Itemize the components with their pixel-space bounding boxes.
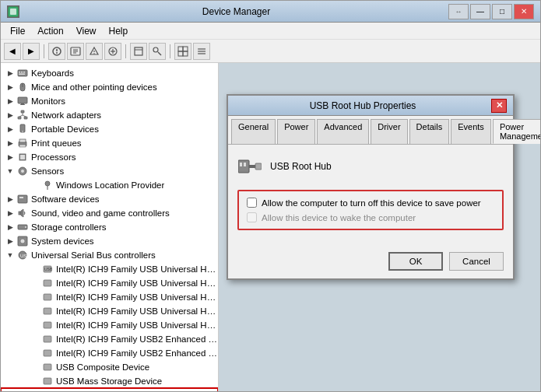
tree-label-ich9-enh2: Intel(R) ICH9 Family USB2 Enhanced Host … xyxy=(56,348,218,358)
location-icon xyxy=(41,179,54,191)
svg-line-41 xyxy=(23,115,26,117)
toolbar-btn-2[interactable] xyxy=(67,43,84,60)
tree-item-mice[interactable]: ▶ Mice and other pointing devices xyxy=(1,80,218,94)
expand-processors[interactable]: ▶ xyxy=(4,151,16,163)
restore-button[interactable]: — xyxy=(470,4,490,19)
toolbar-btn-1[interactable] xyxy=(48,43,65,60)
tree-item-ich9-5[interactable]: Intel(R) ICH9 Family USB Universal Host … xyxy=(1,318,218,332)
tree-item-ich9-enh2[interactable]: Intel(R) ICH9 Family USB2 Enhanced Host … xyxy=(1,346,218,360)
svg-point-43 xyxy=(22,131,23,132)
toolbar-btn-3[interactable] xyxy=(86,43,103,60)
tree-item-software[interactable]: ▶ Software devices xyxy=(1,192,218,206)
toolbar-btn-7[interactable] xyxy=(174,43,191,60)
usb-device-icon-7 xyxy=(41,347,54,359)
tree-item-monitors[interactable]: ▶ Monitors xyxy=(1,94,218,108)
expand-print[interactable]: ▶ xyxy=(4,137,16,149)
cancel-button[interactable]: Cancel xyxy=(449,252,504,271)
tab-power-management[interactable]: Power Management xyxy=(493,119,540,144)
expand-monitors[interactable]: ▶ xyxy=(4,95,16,107)
svg-rect-26 xyxy=(18,70,27,76)
tree-label-keyboards: Keyboards xyxy=(31,68,74,78)
tab-driver[interactable]: Driver xyxy=(371,119,407,144)
usb-device-icon-2 xyxy=(41,277,54,289)
main-window: Device Manager ↔ — □ ✕ File Action View … xyxy=(0,0,541,392)
tree-label-mice: Mice and other pointing devices xyxy=(31,82,157,92)
expand-sensors[interactable]: ▼ xyxy=(4,165,16,177)
expand-network[interactable]: ▶ xyxy=(4,109,16,121)
expand-sound[interactable]: ▶ xyxy=(4,207,16,219)
tree-item-ich9-enh1[interactable]: Intel(R) ICH9 Family USB2 Enhanced Host … xyxy=(1,332,218,346)
tree-item-portable[interactable]: ▶ Portable Devices xyxy=(1,122,218,136)
tree-label-usb-root-hub: USB Root Hub xyxy=(56,390,114,391)
tree-label-processors: Processors xyxy=(31,152,76,162)
svg-point-51 xyxy=(45,181,50,186)
tree-item-mass-storage[interactable]: USB Mass Storage Device xyxy=(1,374,218,388)
tree-item-processors[interactable]: ▶ Processors xyxy=(1,150,218,164)
menu-help[interactable]: Help xyxy=(103,24,135,38)
tab-advanced[interactable]: Advanced xyxy=(317,119,369,144)
svg-rect-19 xyxy=(178,47,183,51)
toolbar-btn-8[interactable] xyxy=(193,43,210,60)
usb-device-icon-10 xyxy=(41,389,54,391)
tree-label-ich9-enh1: Intel(R) ICH9 Family USB2 Enhanced Host … xyxy=(56,334,218,344)
device-title: USB Root Hub xyxy=(270,161,332,172)
expand-software[interactable]: ▶ xyxy=(4,193,16,205)
allow-turnoff-label[interactable]: Allow the computer to turn off this devi… xyxy=(262,198,481,208)
allow-wakeup-checkbox[interactable] xyxy=(247,212,257,222)
tree-item-ich9-2[interactable]: Intel(R) ICH9 Family USB Universal Host … xyxy=(1,276,218,290)
forward-button[interactable]: ▶ xyxy=(23,43,40,60)
tree-item-storage[interactable]: ▶ Storage controllers xyxy=(1,220,218,234)
back-button[interactable]: ◀ xyxy=(4,43,21,60)
tab-general[interactable]: General xyxy=(231,119,276,144)
tree-item-sound[interactable]: ▶ Sound, video and game controllers xyxy=(1,206,218,220)
menu-action[interactable]: Action xyxy=(31,24,69,38)
dialog-close-button[interactable]: ✕ xyxy=(491,99,507,113)
menu-view[interactable]: View xyxy=(70,24,103,38)
tree-item-sensors[interactable]: ▼ Sensors xyxy=(1,164,218,178)
svg-rect-70 xyxy=(44,378,51,384)
device-tree[interactable]: ▶ Keyboards ▶ Mice and other pointing de… xyxy=(1,63,219,391)
menu-file[interactable]: File xyxy=(4,24,31,38)
minimize-button[interactable]: ↔ xyxy=(448,4,469,19)
tree-item-system[interactable]: ▶ System devices xyxy=(1,234,218,248)
svg-rect-29 xyxy=(23,72,25,73)
tree-item-keyboards[interactable]: ▶ Keyboards xyxy=(1,66,218,80)
dialog-title-bar: USB Root Hub Properties ✕ xyxy=(228,96,513,116)
tree-label-mass-storage: USB Mass Storage Device xyxy=(56,376,162,386)
tab-details[interactable]: Details xyxy=(409,119,450,144)
storage-icon xyxy=(16,221,29,233)
allow-turnoff-checkbox[interactable] xyxy=(247,198,257,208)
expand-storage[interactable]: ▶ xyxy=(4,221,16,233)
tree-item-network[interactable]: ▶ Network adapters xyxy=(1,108,218,122)
close-button[interactable]: ✕ xyxy=(514,4,534,19)
tab-power[interactable]: Power xyxy=(277,119,315,144)
sensor-icon xyxy=(16,165,29,177)
tree-label-software: Software devices xyxy=(31,194,100,204)
tree-item-wlp[interactable]: Windows Location Provider xyxy=(1,178,218,192)
tree-item-ich9-1[interactable]: USB Intel(R) ICH9 Family USB Universal H… xyxy=(1,262,218,276)
expand-mice[interactable]: ▶ xyxy=(4,81,16,93)
ok-button[interactable]: OK xyxy=(388,252,443,271)
tree-item-usb-root-hub[interactable]: USB Root Hub xyxy=(1,388,218,391)
tree-item-ich9-4[interactable]: Intel(R) ICH9 Family USB Universal Host … xyxy=(1,304,218,318)
svg-rect-67 xyxy=(44,336,51,342)
tab-events[interactable]: Events xyxy=(451,119,491,144)
tree-label-ich9-4: Intel(R) ICH9 Family USB Universal Host … xyxy=(56,306,218,316)
toolbar-btn-4[interactable] xyxy=(104,43,121,60)
toolbar-btn-6[interactable] xyxy=(149,43,166,60)
tree-item-print[interactable]: ▶ Print queues xyxy=(1,136,218,150)
expand-usb[interactable]: ▼ xyxy=(4,249,16,261)
expand-portable[interactable]: ▶ xyxy=(4,123,16,135)
expand-system[interactable]: ▶ xyxy=(4,235,16,247)
svg-point-50 xyxy=(21,170,24,173)
menu-bar: File Action View Help xyxy=(1,23,540,40)
maximize-button[interactable]: □ xyxy=(492,4,512,19)
tree-item-usb[interactable]: ▼ USB Universal Serial Bus controllers xyxy=(1,248,218,262)
svg-line-18 xyxy=(158,52,161,55)
tree-label-monitors: Monitors xyxy=(31,96,65,106)
toolbar-btn-5[interactable] xyxy=(130,43,147,60)
usb-device-icon-3 xyxy=(41,291,54,303)
expand-keyboards[interactable]: ▶ xyxy=(4,67,16,79)
tree-item-ich9-3[interactable]: Intel(R) ICH9 Family USB Universal Host … xyxy=(1,290,218,304)
tree-item-composite[interactable]: USB Composite Device xyxy=(1,360,218,374)
